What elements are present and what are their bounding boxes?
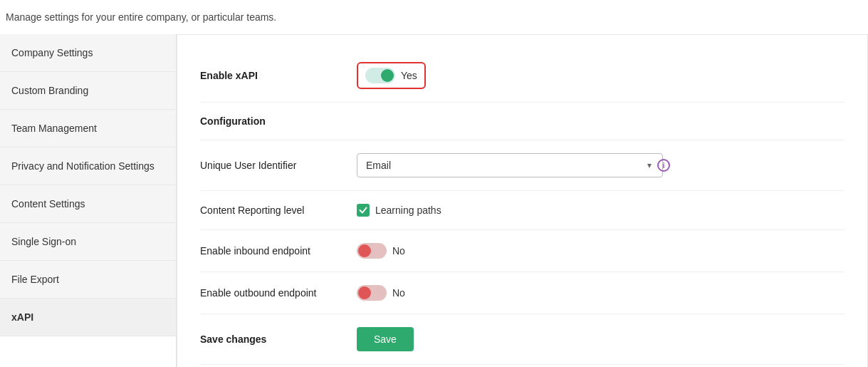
- sidebar-item-file-export[interactable]: File Export: [0, 261, 176, 299]
- label-enable-outbound: Enable outbound endpoint: [200, 287, 357, 299]
- sidebar-item-custom-branding[interactable]: Custom Branding: [0, 72, 176, 110]
- label-save-changes: Save changes: [200, 334, 357, 345]
- checkbox-content-reporting-level[interactable]: [357, 204, 370, 217]
- dropdown-wrap-unique-user-identifier: EmailUsernameUser ID▾i: [357, 153, 670, 177]
- xapi-toggle-highlight[interactable]: Yes: [357, 62, 426, 89]
- toggle-thumb-xapi: [381, 69, 394, 82]
- checkbox-label-content-reporting-level: Learning paths: [375, 205, 441, 216]
- dropdown-unique-user-identifier[interactable]: EmailUsernameUser ID: [357, 153, 663, 177]
- row-content-reporting-level: Content Reporting levelLearning paths: [200, 194, 845, 227]
- sidebar-item-team-management[interactable]: Team Management: [0, 110, 176, 148]
- info-icon[interactable]: i: [657, 159, 670, 172]
- label-enable-xapi: Enable xAPI: [200, 70, 357, 81]
- row-enable-inbound: Enable inbound endpointNo: [200, 233, 845, 269]
- label-unique-user-identifier: Unique User Identifier: [200, 160, 357, 171]
- row-unique-user-identifier: Unique User IdentifierEmailUsernameUser …: [200, 143, 845, 187]
- configuration-heading: Configuration: [200, 115, 357, 127]
- sidebar-item-company-settings[interactable]: Company Settings: [0, 34, 176, 72]
- sidebar: Company SettingsCustom BrandingTeam Mana…: [0, 34, 177, 367]
- save-button[interactable]: Save: [357, 327, 414, 351]
- row-save-changes: Save changesSave: [200, 317, 845, 361]
- control-content-reporting-level: Learning paths: [357, 204, 441, 217]
- main-layout: Company SettingsCustom BrandingTeam Mana…: [0, 34, 868, 367]
- toggle-label-enable-inbound: No: [392, 245, 405, 257]
- control-save-changes: Save: [357, 327, 414, 351]
- row-enable-xapi: Enable xAPIYes: [200, 52, 845, 99]
- checkbox-wrap-content-reporting-level[interactable]: Learning paths: [357, 204, 441, 217]
- toggle-track-enable-inbound[interactable]: [357, 243, 387, 259]
- sidebar-item-xapi[interactable]: xAPI: [0, 299, 176, 336]
- content-panel: Enable xAPIYesConfigurationUnique User I…: [177, 34, 868, 367]
- control-enable-inbound: No: [357, 243, 405, 259]
- toggle-thumb-enable-inbound: [358, 244, 371, 257]
- label-content-reporting-level: Content Reporting level: [200, 205, 357, 216]
- sidebar-item-privacy-notification[interactable]: Privacy and Notification Settings: [0, 148, 176, 185]
- page-description: Manage settings for your entire company,…: [0, 11, 868, 34]
- toggle-label-enable-outbound: No: [392, 287, 405, 299]
- toggle-wrap-enable-outbound[interactable]: No: [357, 285, 405, 301]
- toggle-label-xapi: Yes: [401, 70, 417, 81]
- toggle-wrap-enable-inbound[interactable]: No: [357, 243, 405, 259]
- control-enable-xapi: Yes: [357, 62, 426, 89]
- toggle-track-xapi[interactable]: [365, 68, 395, 83]
- row-enable-outbound: Enable outbound endpointNo: [200, 275, 845, 311]
- toggle-track-enable-outbound[interactable]: [357, 285, 387, 301]
- control-enable-outbound: No: [357, 285, 405, 301]
- row-configuration-heading: Configuration: [200, 105, 845, 137]
- page-wrapper: Manage settings for your entire company,…: [0, 0, 868, 367]
- sidebar-item-single-sign-on[interactable]: Single Sign-on: [0, 223, 176, 261]
- control-unique-user-identifier: EmailUsernameUser ID▾i: [357, 153, 670, 177]
- label-enable-inbound: Enable inbound endpoint: [200, 245, 357, 257]
- sidebar-item-content-settings[interactable]: Content Settings: [0, 185, 176, 223]
- toggle-thumb-enable-outbound: [358, 286, 371, 299]
